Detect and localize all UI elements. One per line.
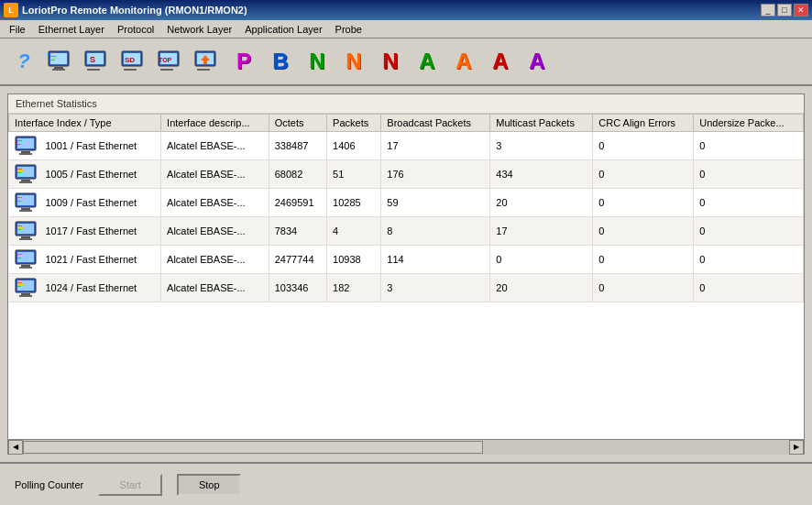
cell-octets: 2469591 <box>269 189 326 217</box>
eth-stats-button[interactable]: S <box>81 45 114 78</box>
app2-button[interactable]: A <box>447 45 480 78</box>
svg-text:TOP: TOP <box>159 57 172 63</box>
menu-bar: File Ethernet Layer Protocol Network Lay… <box>0 20 812 38</box>
cell-octets: 103346 <box>269 274 326 302</box>
svg-rect-33 <box>21 180 30 181</box>
svg-rect-2 <box>54 67 63 69</box>
help-button[interactable]: ? <box>7 45 40 78</box>
svg-rect-47 <box>21 236 30 238</box>
svg-rect-37 <box>17 172 21 173</box>
cell-broadcast: 8 <box>381 217 490 246</box>
svg-rect-40 <box>21 208 30 210</box>
broadcast-button[interactable]: B <box>264 45 297 78</box>
stats-top-button[interactable]: TOP <box>154 45 187 78</box>
cell-undersize: 0 <box>694 160 804 189</box>
cell-description: Alcatel EBASE-... <box>161 160 269 189</box>
stats-d-button[interactable]: SD <box>117 45 150 78</box>
table-row[interactable]: 1024 / Fast Ethernet Alcatel EBASE-... 1… <box>9 274 804 302</box>
title-controls: _ □ ✕ <box>761 4 808 16</box>
svg-rect-44 <box>17 201 21 202</box>
cell-multicast: 434 <box>490 160 593 189</box>
scroll-track[interactable] <box>23 440 789 455</box>
svg-rect-39 <box>17 195 34 205</box>
svg-rect-41 <box>19 210 32 212</box>
cell-multicast: 20 <box>490 274 593 302</box>
app1-button[interactable]: A <box>411 45 444 78</box>
col-packets: Packets <box>327 115 381 132</box>
cell-interface: 1017 / Fast Ethernet <box>9 217 161 246</box>
cell-crc: 0 <box>593 160 694 189</box>
proto-button[interactable]: P <box>227 45 260 78</box>
network1-button[interactable]: N <box>301 45 334 78</box>
stop-button[interactable]: Stop <box>177 474 241 496</box>
svg-rect-63 <box>17 282 22 283</box>
app3-button[interactable]: A <box>484 45 517 78</box>
menu-file[interactable]: File <box>4 22 31 37</box>
svg-text:S: S <box>90 55 95 64</box>
cell-description: Alcatel EBASE-... <box>161 132 269 160</box>
svg-rect-27 <box>19 153 32 155</box>
cell-crc: 0 <box>593 274 694 302</box>
toolbar: ? S SD TOP <box>0 38 812 86</box>
menu-network-layer[interactable]: Network Layer <box>161 22 237 37</box>
table-row[interactable]: 1005 / Fast Ethernet Alcatel EBASE-... 6… <box>9 160 804 189</box>
table-row[interactable]: 1009 / Fast Ethernet Alcatel EBASE-... 2… <box>9 189 804 217</box>
cell-interface: 1001 / Fast Ethernet <box>9 132 161 160</box>
svg-rect-36 <box>17 170 24 171</box>
table-header-row: Interface Index / Type Interface descrip… <box>9 115 804 132</box>
menu-application-layer[interactable]: Application Layer <box>239 22 327 37</box>
title-bar: L LoriotPro Remote Monitoring (RMON1/RMO… <box>0 0 812 20</box>
svg-rect-62 <box>19 295 32 297</box>
cell-broadcast: 3 <box>381 274 490 302</box>
col-multicast: Multicast Packets <box>490 115 593 132</box>
svg-rect-9 <box>87 69 100 71</box>
col-description: Interface descrip... <box>161 115 269 132</box>
cell-multicast: 3 <box>490 132 593 160</box>
cell-interface: 1021 / Fast Ethernet <box>9 246 161 274</box>
start-button[interactable]: Start <box>98 474 162 496</box>
col-undersize: Undersize Packe... <box>694 115 804 132</box>
cell-undersize: 0 <box>694 274 804 302</box>
svg-rect-25 <box>17 138 34 148</box>
scroll-left-button[interactable]: ◀ <box>8 440 23 455</box>
scroll-thumb[interactable] <box>23 441 483 454</box>
cell-interface: 1009 / Fast Ethernet <box>9 189 161 217</box>
svg-rect-4 <box>50 56 56 57</box>
upload-button[interactable] <box>191 45 224 78</box>
table-row[interactable]: 1017 / Fast Ethernet Alcatel EBASE-... 7… <box>9 217 804 246</box>
col-broadcast: Broadcast Packets <box>381 115 490 132</box>
svg-rect-3 <box>52 69 65 71</box>
menu-protocol[interactable]: Protocol <box>112 22 159 37</box>
table-row[interactable]: 1021 / Fast Ethernet Alcatel EBASE-... 2… <box>9 246 804 274</box>
cell-broadcast: 17 <box>381 132 490 160</box>
app4-button[interactable]: A <box>521 45 554 78</box>
svg-rect-57 <box>17 256 24 257</box>
cell-packets: 10938 <box>327 246 381 274</box>
horizontal-scrollbar[interactable]: ◀ ▶ <box>8 439 804 454</box>
svg-rect-53 <box>17 252 34 262</box>
window-title: LoriotPro Remote Monitoring (RMON1/RMON2… <box>22 5 247 16</box>
minimize-button[interactable]: _ <box>761 4 775 16</box>
menu-ethernet-layer[interactable]: Ethernet Layer <box>33 22 110 37</box>
menu-probe[interactable]: Probe <box>330 22 368 37</box>
close-button[interactable]: ✕ <box>794 4 808 16</box>
svg-rect-34 <box>19 181 32 183</box>
cell-description: Alcatel EBASE-... <box>161 189 269 217</box>
cell-octets: 2477744 <box>269 246 326 274</box>
scroll-right-button[interactable]: ▶ <box>789 440 804 455</box>
network3-button[interactable]: N <box>374 45 407 78</box>
svg-rect-42 <box>17 197 22 198</box>
table-row[interactable]: 1001 / Fast Ethernet Alcatel EBASE-... 3… <box>9 132 804 160</box>
network2-button[interactable]: N <box>337 45 370 78</box>
maximize-button[interactable]: □ <box>777 4 792 16</box>
cell-octets: 338487 <box>269 132 326 160</box>
monitor-button[interactable] <box>44 45 77 78</box>
svg-rect-58 <box>17 258 21 258</box>
svg-rect-61 <box>21 293 30 295</box>
polling-counter-label: Polling Counter <box>15 479 83 490</box>
table-container[interactable]: Interface Index / Type Interface descrip… <box>8 114 804 439</box>
col-interface: Interface Index / Type <box>9 115 161 132</box>
cell-undersize: 0 <box>694 189 804 217</box>
svg-rect-26 <box>21 151 30 153</box>
main-content: Ethernet Statistics Interface Index / Ty… <box>0 86 812 462</box>
